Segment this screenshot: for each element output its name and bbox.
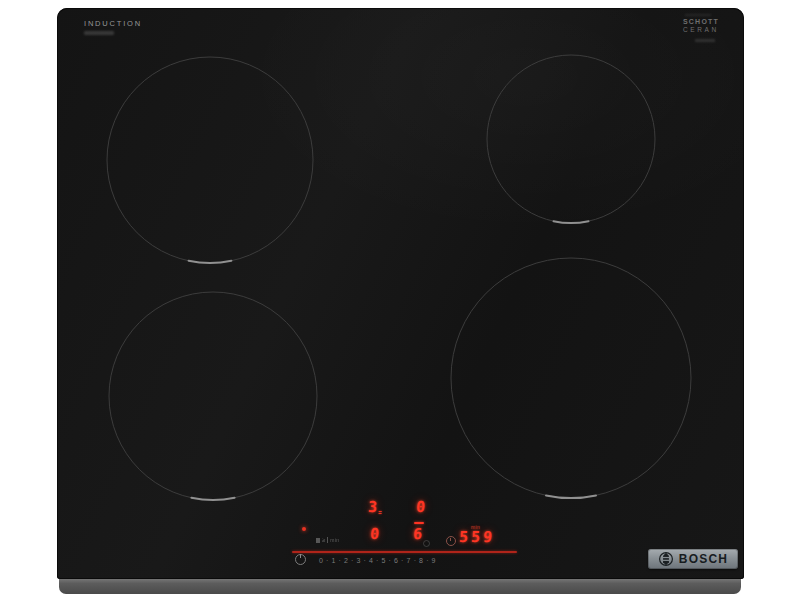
bosch-anchor-icon (658, 551, 674, 567)
bosch-logo-text: BOSCH (679, 553, 728, 565)
bosch-logo-badge: BOSCH (648, 549, 738, 569)
front-trim (59, 579, 741, 594)
product-photo: INDUCTION SCHOTT CERAN ≥ min 3 0 0 (0, 0, 800, 600)
induction-hob: INDUCTION SCHOTT CERAN ≥ min 3 0 0 (57, 8, 744, 579)
